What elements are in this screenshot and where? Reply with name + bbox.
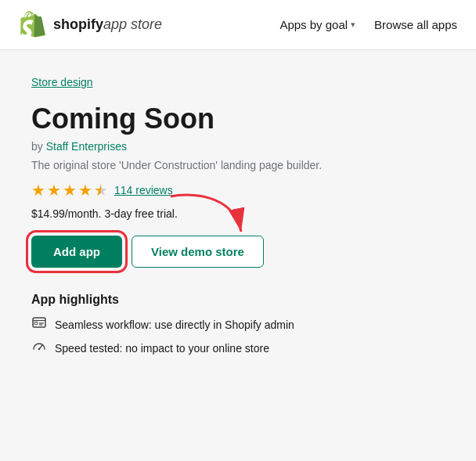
speed-icon <box>31 340 47 357</box>
highlight-item-2: Speed tested: no impact to your online s… <box>31 340 445 357</box>
app-highlights-section: App highlights Seamless workflow: use di… <box>31 293 445 357</box>
shopify-logo-icon <box>19 11 47 39</box>
highlights-title: App highlights <box>31 293 445 307</box>
view-demo-button[interactable]: View demo store <box>132 236 264 268</box>
highlight-text-2: Speed tested: no impact to your online s… <box>55 342 269 355</box>
chevron-down-icon: ▾ <box>351 20 355 30</box>
site-header: shopifyapp store Apps by goal ▾ Browse a… <box>0 0 476 50</box>
star-2: ★ <box>47 181 61 200</box>
main-content: Store design Coming Soon by Staff Enterp… <box>0 50 476 461</box>
apps-by-goal-nav[interactable]: Apps by goal ▾ <box>279 18 355 31</box>
add-app-button[interactable]: Add app <box>31 236 122 268</box>
pricing-text: $14.99/month. 3-day free trial. <box>31 207 445 220</box>
workflow-icon <box>31 316 47 333</box>
logo-brand-text: shopifyapp store <box>53 16 162 33</box>
star-3: ★ <box>63 181 77 200</box>
breadcrumb[interactable]: Store design <box>31 76 93 88</box>
star-4: ★ <box>78 181 92 200</box>
browse-all-apps-nav[interactable]: Browse all apps <box>374 18 457 31</box>
main-nav: Apps by goal ▾ Browse all apps <box>279 18 457 31</box>
star-5-half: ★ ★ <box>94 181 108 200</box>
author-link[interactable]: Staff Enterprises <box>46 140 127 153</box>
star-1: ★ <box>31 181 45 200</box>
highlight-item-1: Seamless workflow: use directly in Shopi… <box>31 316 445 333</box>
demo-button-container: View demo store <box>132 236 264 268</box>
logo-area: shopifyapp store <box>19 11 162 39</box>
highlight-text-1: Seamless workflow: use directly in Shopi… <box>55 319 294 331</box>
rating-row: ★ ★ ★ ★ ★ ★ 114 reviews <box>31 181 445 200</box>
star-rating: ★ ★ ★ ★ ★ ★ <box>31 181 108 200</box>
svg-point-7 <box>38 348 40 350</box>
app-author-line: by Staff Enterprises <box>31 140 445 153</box>
app-title: Coming Soon <box>31 102 445 135</box>
reviews-link[interactable]: 114 reviews <box>114 184 173 196</box>
action-row: Add app View demo store <box>31 236 445 268</box>
svg-rect-3 <box>34 322 38 325</box>
app-description: The original store 'Under Construction' … <box>31 159 445 171</box>
